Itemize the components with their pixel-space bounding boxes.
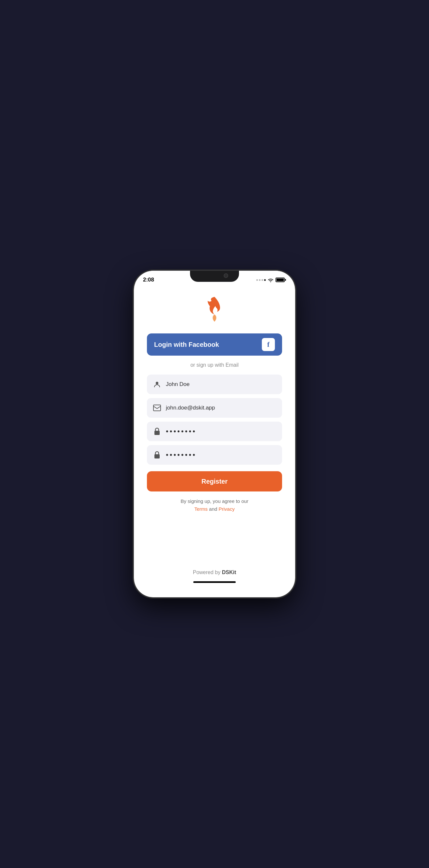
envelope-icon xyxy=(153,404,161,412)
lock-confirm-icon xyxy=(153,451,161,459)
divider-text: or sign up with Email xyxy=(190,362,239,368)
terms-text: By signing up, you agree to our Terms an… xyxy=(181,497,248,513)
name-value: John Doe xyxy=(166,381,190,388)
flame-icon xyxy=(203,296,226,322)
svg-rect-3 xyxy=(154,431,160,435)
terms-and: and xyxy=(209,506,217,512)
powered-by: Powered by DSKit xyxy=(193,569,236,576)
facebook-logo-box: f xyxy=(262,338,275,351)
front-camera xyxy=(224,273,228,278)
wifi-icon xyxy=(268,278,274,282)
logo-container xyxy=(203,296,226,323)
notch-cutout xyxy=(190,271,239,282)
notch-area: 2:08 xyxy=(134,271,295,283)
home-indicator xyxy=(193,581,236,583)
phone-screen: 2:08 xyxy=(134,271,295,597)
confirm-password-value: •••••••• xyxy=(166,451,196,459)
svg-rect-4 xyxy=(154,454,160,459)
powered-prefix: Powered by xyxy=(193,569,221,575)
facebook-login-button[interactable]: Login with Facebook f xyxy=(147,334,282,355)
terms-prefix: By signing up, you agree to our xyxy=(181,498,248,504)
terms-link[interactable]: Terms xyxy=(194,506,208,512)
phone-frame: 2:08 xyxy=(134,271,295,597)
register-button[interactable]: Register xyxy=(147,471,282,492)
name-field[interactable]: John Doe xyxy=(147,375,282,394)
password-field[interactable]: •••••••• xyxy=(147,422,282,441)
register-button-label: Register xyxy=(202,478,227,485)
status-icons xyxy=(256,278,286,282)
powered-brand: DSKit xyxy=(222,569,236,575)
svg-point-1 xyxy=(156,382,158,384)
battery-icon xyxy=(276,278,286,282)
person-icon xyxy=(153,380,161,389)
confirm-password-field[interactable]: •••••••• xyxy=(147,445,282,465)
status-time: 2:08 xyxy=(143,277,154,283)
screen-content: Login with Facebook f or sign up with Em… xyxy=(134,283,295,597)
password-value: •••••••• xyxy=(166,427,196,436)
svg-rect-2 xyxy=(153,405,161,411)
email-field[interactable]: john.doe@dskit.app xyxy=(147,398,282,418)
email-value: john.doe@dskit.app xyxy=(166,405,215,411)
facebook-f-icon: f xyxy=(267,340,269,349)
privacy-link[interactable]: Privacy xyxy=(219,506,235,512)
signal-icon xyxy=(256,279,266,281)
svg-point-0 xyxy=(213,315,216,321)
lock-icon xyxy=(153,427,161,436)
facebook-button-label: Login with Facebook xyxy=(154,341,219,348)
